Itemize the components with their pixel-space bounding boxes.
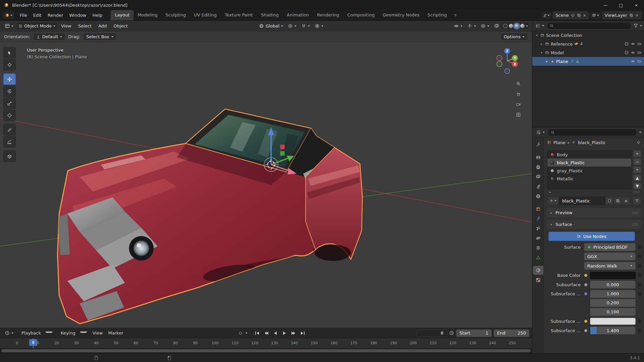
subsurface-color-swatch[interactable] bbox=[590, 318, 636, 325]
animate-dot-icon[interactable] bbox=[638, 245, 641, 249]
tab-layout[interactable]: Layout bbox=[111, 10, 133, 20]
breadcrumb-material[interactable]: black_Plastic bbox=[578, 140, 606, 145]
tool-move[interactable] bbox=[3, 73, 16, 85]
camera-view-icon[interactable] bbox=[516, 102, 521, 107]
shading-dropdown-icon[interactable] bbox=[526, 25, 528, 27]
animate-dot-icon[interactable] bbox=[638, 264, 641, 267]
tool-select-box[interactable] bbox=[3, 47, 16, 58]
slot-specials-button[interactable] bbox=[633, 166, 641, 173]
tool-rotate[interactable] bbox=[3, 85, 16, 97]
navigation-gizmo[interactable]: Z Y X bbox=[492, 46, 523, 76]
tab-tool[interactable] bbox=[533, 140, 543, 149]
pivot-point-dropdown[interactable] bbox=[286, 22, 299, 30]
play-reverse-button[interactable] bbox=[271, 329, 279, 337]
move-slot-up-button[interactable]: ▲ bbox=[633, 174, 641, 181]
checkbox-icon[interactable] bbox=[625, 51, 629, 55]
tab-compositing[interactable]: Compositing bbox=[343, 10, 379, 20]
browse-material-button[interactable] bbox=[547, 197, 559, 205]
tab-shading[interactable]: Shading bbox=[257, 10, 283, 20]
checkbox-icon[interactable] bbox=[625, 42, 629, 46]
tab-world[interactable] bbox=[533, 192, 543, 201]
maximize-button[interactable]: □ bbox=[613, 0, 629, 10]
tab-uv-editing[interactable]: UV Editing bbox=[190, 10, 221, 20]
sss-method-dropdown[interactable]: Random Walk bbox=[584, 262, 636, 270]
viewlayer-selector[interactable]: ViewLayer × bbox=[602, 11, 641, 19]
editor-type-button[interactable] bbox=[3, 22, 15, 30]
menu-marker[interactable]: Marker bbox=[106, 328, 126, 338]
sss-ior-slider[interactable]: 1.400 bbox=[590, 326, 636, 335]
preview-panel-header[interactable]: ▸ Preview bbox=[546, 208, 641, 217]
breadcrumb-object[interactable]: Plane bbox=[553, 140, 566, 145]
filter-icon[interactable] bbox=[633, 23, 638, 28]
shading-rendered-button[interactable] bbox=[520, 24, 525, 28]
menu-object[interactable]: Object bbox=[111, 22, 130, 30]
link-material-button[interactable] bbox=[633, 197, 641, 205]
tool-annotate[interactable] bbox=[3, 124, 16, 135]
properties-search-input[interactable] bbox=[548, 129, 637, 136]
menu-file[interactable]: File bbox=[17, 11, 30, 19]
menu-playback[interactable]: Playback bbox=[16, 328, 55, 338]
gizmo-minus-z-axis[interactable] bbox=[505, 69, 510, 74]
grid-ortho-icon[interactable] bbox=[516, 112, 521, 117]
tab-object-data[interactable] bbox=[533, 253, 543, 262]
tab-modeling[interactable]: Modeling bbox=[133, 10, 161, 20]
fake-user-button[interactable] bbox=[605, 197, 613, 205]
pin-icon[interactable] bbox=[637, 140, 641, 144]
auto-keying-toggle[interactable] bbox=[236, 329, 245, 337]
tab-texture[interactable] bbox=[533, 276, 543, 285]
camera-icon[interactable] bbox=[637, 51, 641, 55]
material-name-field[interactable]: black_Plastic bbox=[559, 197, 605, 205]
animate-dot-icon[interactable] bbox=[638, 283, 641, 286]
copy-icon[interactable] bbox=[577, 13, 581, 17]
distribution-dropdown[interactable]: GGX bbox=[584, 252, 636, 260]
gizmos-dropdown[interactable] bbox=[465, 22, 478, 30]
slot-gray-plastic[interactable]: gray_Plastic bbox=[547, 167, 631, 175]
panel-grip-icon[interactable] bbox=[632, 212, 638, 214]
play-button[interactable] bbox=[280, 329, 288, 337]
surface-panel-header[interactable]: ▾ Surface bbox=[546, 220, 641, 229]
close-button[interactable]: × bbox=[629, 0, 644, 10]
animate-dot-icon[interactable] bbox=[638, 329, 641, 332]
next-keyframe-button[interactable] bbox=[289, 329, 298, 337]
playhead[interactable]: 8 bbox=[33, 338, 34, 349]
shading-wireframe-button[interactable] bbox=[503, 24, 507, 28]
sss-radius-y-field[interactable]: 0.200 bbox=[590, 299, 636, 307]
outliner-row-reference[interactable]: ▸ Reference 4 bbox=[532, 40, 644, 48]
subsurface-slider[interactable]: 0.000 bbox=[590, 281, 636, 289]
jump-to-end-button[interactable] bbox=[299, 329, 307, 337]
menu-render[interactable]: Render bbox=[45, 11, 66, 19]
menu-edit[interactable]: Edit bbox=[30, 11, 45, 19]
tab-output[interactable] bbox=[533, 163, 543, 172]
tab-view-layer[interactable] bbox=[533, 172, 543, 181]
animate-dot-icon[interactable] bbox=[638, 274, 641, 277]
snap-dropdown-icon[interactable] bbox=[308, 25, 310, 27]
zoom-icon[interactable] bbox=[516, 81, 521, 86]
scene-selector[interactable]: Scene × bbox=[553, 11, 589, 19]
tool-scale[interactable] bbox=[3, 98, 16, 109]
properties-editor-type-button[interactable] bbox=[535, 129, 546, 135]
tool-measure[interactable] bbox=[3, 136, 16, 147]
drag-dropdown[interactable]: Select Box bbox=[83, 33, 116, 41]
remove-slot-button[interactable]: − bbox=[633, 158, 641, 165]
slot-body[interactable]: Body bbox=[547, 150, 631, 159]
shading-solid-button[interactable] bbox=[509, 24, 513, 28]
slot-metallic[interactable]: Metallic bbox=[547, 175, 631, 183]
tab-animation[interactable]: Animation bbox=[283, 10, 313, 20]
disclosure-icon[interactable]: ▾ bbox=[535, 34, 539, 37]
surface-shader-dropdown[interactable]: Principled BSDF bbox=[584, 243, 636, 251]
menu-view[interactable]: View bbox=[58, 22, 74, 30]
animate-dot-icon[interactable] bbox=[638, 292, 641, 296]
mode-dropdown[interactable]: Object Mode bbox=[16, 22, 58, 30]
prev-keyframe-button[interactable] bbox=[262, 329, 270, 337]
blender-app-menu[interactable] bbox=[3, 12, 14, 19]
animate-dot-icon[interactable] bbox=[638, 319, 641, 323]
add-slot-button[interactable]: ＋ bbox=[633, 150, 641, 157]
timeline-scrollbar[interactable] bbox=[1, 349, 531, 352]
add-workspace-button[interactable]: + bbox=[451, 10, 460, 20]
options-dropdown[interactable]: Options bbox=[500, 33, 528, 41]
xray-toggle[interactable] bbox=[492, 22, 501, 30]
menu-add[interactable]: Add bbox=[96, 22, 109, 30]
unlink-material-button[interactable]: × bbox=[622, 197, 630, 205]
tab-sculpting[interactable]: Sculpting bbox=[161, 10, 190, 20]
tab-object[interactable] bbox=[533, 204, 543, 214]
